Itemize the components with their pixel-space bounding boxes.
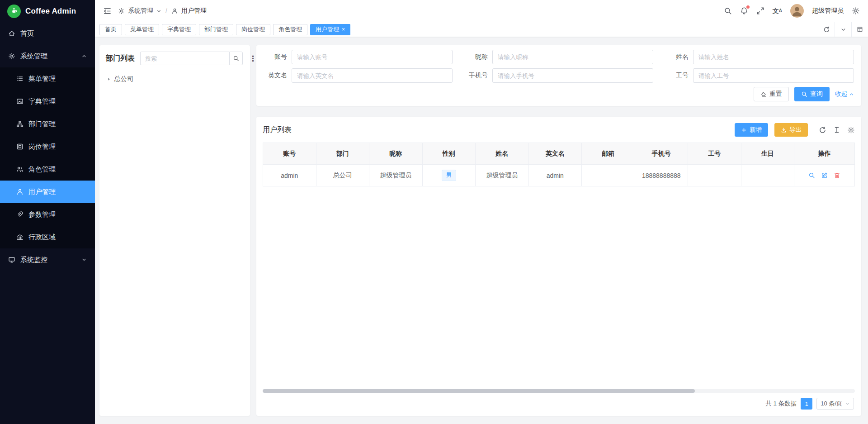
column-settings-button[interactable]: [833, 126, 840, 133]
gear-icon: [118, 8, 125, 14]
tab-role-mgmt[interactable]: 角色管理: [273, 24, 307, 35]
breadcrumb-section[interactable]: 系统管理: [128, 7, 153, 15]
sidebar-item-label: 系统监控: [20, 256, 47, 264]
tree-node-root[interactable]: 总公司: [106, 71, 244, 86]
main-area: 系统管理 / 用户管理 文A 超级管理员: [95, 0, 868, 424]
language-switch-button[interactable]: 文A: [773, 8, 782, 14]
pagination: 共 1 条数据 1 10 条/页: [263, 393, 855, 412]
fullscreen-button[interactable]: [756, 7, 764, 15]
field-label: 英文名: [264, 71, 292, 80]
tab-post-mgmt[interactable]: 岗位管理: [236, 24, 270, 35]
fullscreen-icon: [756, 7, 764, 15]
cell-nickname: 超级管理员: [369, 165, 423, 186]
col-operations: 操作: [794, 143, 855, 165]
refresh-tab-button[interactable]: [818, 22, 835, 37]
tab-user-mgmt[interactable]: 用户管理 ×: [310, 24, 350, 35]
collapse-sidebar-button[interactable]: [103, 7, 112, 15]
collapse-form-link[interactable]: 收起: [835, 90, 854, 98]
field-label: 昵称: [464, 53, 492, 61]
app-logo[interactable]: Coffee Admin: [0, 0, 95, 22]
account-input[interactable]: [292, 50, 453, 64]
bank-icon: [16, 233, 24, 241]
sidebar-group-monitor[interactable]: 系统监控: [0, 248, 95, 271]
content: 部门列表 ⋮ 总公司: [95, 37, 868, 424]
refresh-table-button[interactable]: [819, 126, 826, 134]
notifications-button[interactable]: [740, 7, 748, 15]
sidebar-item-param-mgmt[interactable]: 参数管理: [0, 203, 95, 226]
chevron-up-icon: [81, 53, 87, 59]
page-size-select[interactable]: 10 条/页: [816, 398, 854, 410]
sidebar-item-role-mgmt[interactable]: 角色管理: [0, 158, 95, 181]
form-row-1: 账号 昵称 姓名: [264, 50, 854, 64]
tab-tools: [818, 22, 868, 37]
col-en-name: 英文名: [528, 143, 582, 165]
col-nickname: 昵称: [369, 143, 423, 165]
col-email: 邮箱: [582, 143, 635, 165]
export-button[interactable]: 导出: [774, 123, 808, 137]
chevron-down-icon: [840, 27, 846, 33]
delete-row-button[interactable]: [834, 172, 840, 179]
tab-menu-dropdown-button[interactable]: [835, 22, 851, 37]
page-number-button[interactable]: 1: [801, 398, 812, 410]
caret-right-icon[interactable]: [107, 77, 111, 81]
department-search-input[interactable]: [140, 52, 229, 65]
sidebar-item-post-mgmt[interactable]: 岗位管理: [0, 135, 95, 158]
sidebar-item-home[interactable]: 首页: [0, 22, 95, 45]
current-username[interactable]: 超级管理员: [812, 7, 844, 15]
table-header-row: 账号 部门 昵称 性别 姓名 英文名 邮箱 手机号 工号 生日 操作: [263, 143, 855, 165]
user-list-title: 用户列表: [263, 125, 292, 135]
view-row-button[interactable]: [808, 172, 815, 179]
column-icon: [833, 126, 840, 133]
work-no-input[interactable]: [693, 68, 854, 83]
department-search-button[interactable]: [229, 52, 243, 65]
tab-menu-mgmt[interactable]: 菜单管理: [125, 24, 159, 35]
tab-label: 岗位管理: [241, 25, 265, 33]
phone-input[interactable]: [492, 68, 653, 83]
en-name-input[interactable]: [292, 68, 453, 83]
nickname-input[interactable]: [492, 50, 653, 64]
cell-email: [582, 165, 635, 186]
search-icon: [801, 91, 807, 97]
col-account: 账号: [263, 143, 316, 165]
query-button[interactable]: 查询: [794, 87, 830, 101]
sidebar-item-user-mgmt[interactable]: 用户管理: [0, 181, 95, 203]
sidebar-group-system[interactable]: 系统管理: [0, 45, 95, 67]
table-tool-icons: [819, 126, 855, 134]
col-work-no: 工号: [688, 143, 741, 165]
add-user-button[interactable]: 新增: [735, 123, 768, 137]
department-panel: 部门列表 ⋮ 总公司: [99, 45, 250, 416]
cell-operations: [794, 165, 855, 186]
right-column: 账号 昵称 姓名 英文名: [256, 45, 861, 416]
reset-button[interactable]: 重置: [754, 87, 789, 101]
sidebar-item-menu-mgmt[interactable]: 菜单管理: [0, 67, 95, 90]
layout-toggle-button[interactable]: [851, 22, 868, 37]
avatar[interactable]: [790, 4, 804, 18]
sidebar-item-label: 用户管理: [28, 188, 56, 196]
tab-home[interactable]: 首页: [99, 24, 122, 35]
refresh-icon: [823, 26, 830, 33]
org-tree-icon: [16, 120, 24, 128]
tab-dept-mgmt[interactable]: 部门管理: [199, 24, 233, 35]
global-search-button[interactable]: [724, 7, 732, 15]
cell-birthday: [741, 165, 794, 186]
close-tab-icon[interactable]: ×: [342, 27, 345, 32]
sidebar-item-label: 系统管理: [20, 52, 47, 61]
col-name: 姓名: [476, 143, 529, 165]
sidebar-item-dept-mgmt[interactable]: 部门管理: [0, 113, 95, 135]
breadcrumb: 系统管理 / 用户管理: [118, 7, 207, 15]
sidebar-item-region[interactable]: 行政区域: [0, 226, 95, 248]
col-phone: 手机号: [635, 143, 688, 165]
field-phone: 手机号: [464, 68, 653, 83]
settings-button[interactable]: [852, 7, 860, 15]
person-icon: [16, 188, 24, 195]
export-label: 导出: [789, 126, 802, 134]
edit-row-button[interactable]: [821, 172, 828, 179]
name-input[interactable]: [693, 50, 854, 64]
person-icon: [171, 8, 178, 14]
sidebar-item-dict-mgmt[interactable]: 字典管理: [0, 90, 95, 113]
field-en-name: 英文名: [264, 68, 453, 83]
tab-dict-mgmt[interactable]: 字典管理: [162, 24, 196, 35]
table-settings-button[interactable]: [847, 126, 855, 134]
horizontal-scrollbar: [263, 389, 855, 393]
scrollbar-thumb[interactable]: [263, 389, 695, 393]
